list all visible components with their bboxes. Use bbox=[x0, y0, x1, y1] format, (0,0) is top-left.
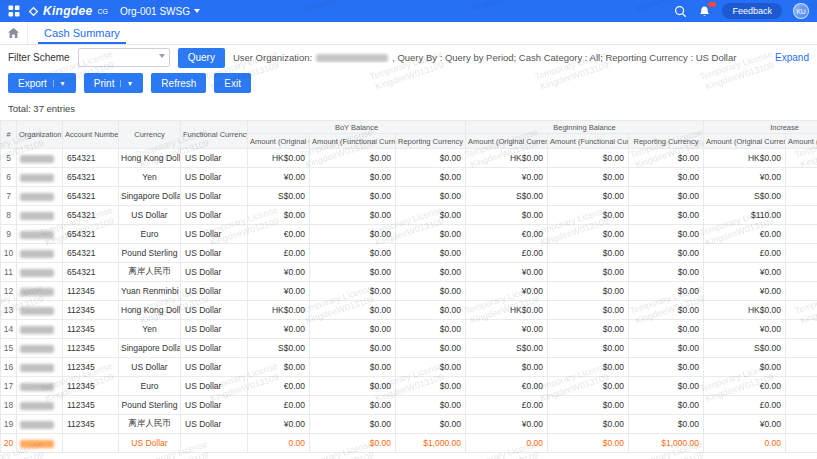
table-row[interactable]: 12 112345 Yuan Renminbi US Dollar ¥0.00 … bbox=[1, 282, 817, 301]
home-icon[interactable] bbox=[0, 22, 28, 44]
cell-amount: ¥0.00 bbox=[466, 320, 548, 339]
cell-amount: $0.00 bbox=[396, 225, 466, 244]
cell-amount: $0.00 bbox=[548, 358, 629, 377]
col-header-reporting-currency: Reporting Currency bbox=[396, 134, 466, 149]
feedback-button[interactable]: Feedback bbox=[722, 3, 782, 19]
cell-amount: $0.00 bbox=[629, 320, 704, 339]
cell-amount: HK$0.00 bbox=[466, 301, 548, 320]
cell-organization bbox=[17, 377, 63, 396]
col-header-amount-original: Amount (Original Currency) bbox=[466, 134, 548, 149]
cell-amount: $0.00 bbox=[310, 301, 396, 320]
cell-amount: £0.00 bbox=[466, 396, 548, 415]
cell-functional: US Dollar bbox=[181, 206, 248, 225]
table-row[interactable]: 19 112345 离岸人民币 US Dollar ¥0.00 $0.00 $0… bbox=[1, 415, 817, 434]
export-label: Export bbox=[18, 78, 47, 89]
refresh-button[interactable]: Refresh bbox=[151, 73, 206, 93]
cell-functional: US Dollar bbox=[181, 244, 248, 263]
table-row[interactable]: 5 654321 Hong Kong Dollar US Dollar HK$0… bbox=[1, 149, 817, 168]
cell-currency: Singapore Dollar bbox=[119, 339, 181, 358]
export-button[interactable]: Export▼ bbox=[8, 73, 76, 93]
cell-amount: $1,000.00 bbox=[396, 434, 466, 453]
cell-amount: ¥0.00 bbox=[248, 415, 310, 434]
cell-amount: S$0.00 bbox=[704, 339, 786, 358]
expand-link[interactable]: Expand bbox=[775, 52, 809, 63]
cell-organization bbox=[17, 187, 63, 206]
brand-suffix: CG bbox=[97, 8, 108, 15]
cell-amount: €0.00 bbox=[704, 377, 786, 396]
filter-row: Filter Scheme Query User Organization: ,… bbox=[0, 45, 817, 70]
cell-amount: $0.00 bbox=[396, 415, 466, 434]
cell-amount: $0.00 bbox=[310, 282, 396, 301]
org-selector[interactable]: Org-001 SWSG bbox=[120, 6, 200, 17]
kingdee-logo-mark bbox=[28, 6, 39, 17]
print-button[interactable]: Print▼ bbox=[84, 73, 144, 93]
cell-amount: $0.00 bbox=[548, 149, 629, 168]
avatar[interactable]: KU bbox=[793, 3, 809, 19]
app-launcher-icon[interactable] bbox=[8, 5, 20, 17]
table-row[interactable]: 14 112345 Yen US Dollar ¥0.00 $0.00 $0.0… bbox=[1, 320, 817, 339]
table-row[interactable]: 6 654321 Yen US Dollar ¥0.00 $0.00 $0.00… bbox=[1, 168, 817, 187]
filter-scheme-select[interactable] bbox=[78, 48, 170, 67]
org-blur bbox=[20, 345, 54, 353]
query-button[interactable]: Query bbox=[178, 48, 225, 68]
table-row[interactable]: 16 112345 US Dollar US Dollar $0.00 $0.0… bbox=[1, 358, 817, 377]
cell-amount: S$0.00 bbox=[466, 187, 548, 206]
cell-amount: $0.00 bbox=[466, 206, 548, 225]
table-row[interactable]: 13 112345 Hong Kong Dollar US Dollar HK$… bbox=[1, 301, 817, 320]
table-row[interactable]: 10 654321 Pound Sterling US Dollar £0.00… bbox=[1, 244, 817, 263]
cell-organization bbox=[17, 263, 63, 282]
tab-cash-summary[interactable]: Cash Summary bbox=[28, 22, 136, 44]
cell-num: 19 bbox=[1, 415, 17, 434]
col-header-amount-functional: Amount (Functional Currency) bbox=[310, 134, 396, 149]
table-row[interactable]: 9 654321 Euro US Dollar €0.00 $0.00 $0.0… bbox=[1, 225, 817, 244]
cell-num: 7 bbox=[1, 187, 17, 206]
cell-amount: $0.00 bbox=[548, 263, 629, 282]
cell-functional: US Dollar bbox=[181, 149, 248, 168]
cell-amount: $0.00 bbox=[310, 339, 396, 358]
cell-amount: $0.00 bbox=[310, 320, 396, 339]
cell-amount: £0.00 bbox=[466, 244, 548, 263]
cell-amount: HK$0.00 bbox=[248, 301, 310, 320]
kingdee-logo: KingdeeCG bbox=[28, 4, 108, 18]
table-row[interactable]: 15 112345 Singapore Dollar US Dollar S$0… bbox=[1, 339, 817, 358]
cell-amount bbox=[786, 282, 817, 301]
table-row[interactable]: 7 654321 Singapore Dollar US Dollar S$0.… bbox=[1, 187, 817, 206]
navbar: Cash Summary bbox=[0, 22, 817, 45]
cell-amount: $0.00 bbox=[310, 263, 396, 282]
group-header-boy-balance: BoY Balance bbox=[248, 121, 466, 134]
notification-bell-icon[interactable] bbox=[698, 5, 711, 18]
cell-account: 654321 bbox=[63, 263, 119, 282]
cell-organization bbox=[17, 282, 63, 301]
cell-num: 13 bbox=[1, 301, 17, 320]
cell-amount: $0.00 bbox=[548, 339, 629, 358]
cell-amount: $0.00 bbox=[629, 263, 704, 282]
cell-amount bbox=[786, 225, 817, 244]
cell-organization bbox=[17, 206, 63, 225]
table-row[interactable]: 8 654321 US Dollar US Dollar $0.00 $0.00… bbox=[1, 206, 817, 225]
table-row[interactable]: 18 112345 Pound Sterling US Dollar £0.00… bbox=[1, 396, 817, 415]
cell-amount: £0.00 bbox=[704, 396, 786, 415]
cell-currency: Yen bbox=[119, 168, 181, 187]
cell-amount: ¥0.00 bbox=[704, 415, 786, 434]
table-row[interactable]: 17 112345 Euro US Dollar €0.00 $0.00 $0.… bbox=[1, 377, 817, 396]
cell-amount: S$0.00 bbox=[466, 339, 548, 358]
cell-currency: Singapore Dollar bbox=[119, 187, 181, 206]
cell-currency: Yuan Renminbi bbox=[119, 282, 181, 301]
cell-amount: £0.00 bbox=[248, 396, 310, 415]
table-row[interactable]: 20 US Dollar 0.00 $0.00 $1,000.00 0.00 $… bbox=[1, 434, 817, 453]
search-icon[interactable] bbox=[674, 5, 687, 18]
filter-scheme-label: Filter Scheme bbox=[8, 52, 70, 63]
org-name-redacted bbox=[316, 54, 388, 62]
col-header-amount-functional: Amount (Functional Currency) bbox=[786, 134, 817, 149]
cell-num: 6 bbox=[1, 168, 17, 187]
cell-account: 112345 bbox=[63, 377, 119, 396]
cell-amount: $0.00 bbox=[310, 206, 396, 225]
cell-amount: ¥0.00 bbox=[704, 168, 786, 187]
table-row[interactable]: 11 654321 离岸人民币 US Dollar ¥0.00 $0.00 $0… bbox=[1, 263, 817, 282]
cell-amount: 0.00 bbox=[704, 434, 786, 453]
cell-amount: $0.00 bbox=[548, 282, 629, 301]
org-blur bbox=[20, 212, 54, 220]
exit-button[interactable]: Exit bbox=[214, 73, 251, 93]
cell-amount: $0.00 bbox=[548, 225, 629, 244]
cell-amount: $0.00 bbox=[396, 149, 466, 168]
